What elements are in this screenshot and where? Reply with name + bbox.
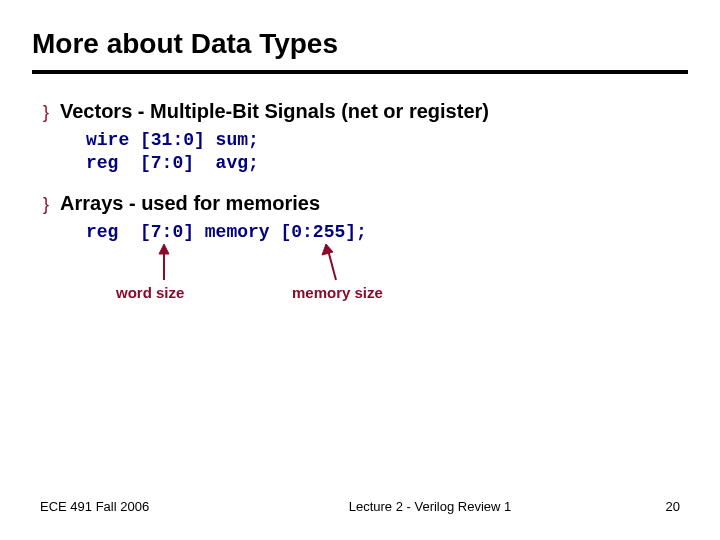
footer-center: Lecture 2 - Verilog Review 1 bbox=[240, 499, 620, 514]
title-rule bbox=[32, 70, 688, 74]
code-block-1: wire [31:0] sum; reg [7:0] avg; bbox=[86, 129, 688, 174]
label-word-size: word size bbox=[116, 284, 184, 301]
footer: ECE 491 Fall 2006 Lecture 2 - Verilog Re… bbox=[0, 499, 720, 514]
bullet-2-text: Arrays - used for memories bbox=[60, 192, 320, 215]
bullet-1: } Vectors - Multiple-Bit Signals (net or… bbox=[32, 100, 688, 123]
code-block-2: reg [7:0] memory [0:255]; bbox=[86, 221, 688, 244]
slide-title: More about Data Types bbox=[32, 28, 688, 60]
bullet-2: } Arrays - used for memories bbox=[32, 192, 688, 215]
svg-marker-1 bbox=[159, 244, 169, 254]
arrow-memory-size bbox=[318, 244, 348, 284]
svg-line-2 bbox=[328, 250, 336, 280]
bullet-icon: } bbox=[32, 194, 60, 215]
annotations: word size memory size bbox=[86, 262, 688, 322]
bullet-icon: } bbox=[32, 102, 60, 123]
svg-marker-3 bbox=[322, 244, 333, 255]
label-memory-size: memory size bbox=[292, 284, 383, 301]
slide: More about Data Types } Vectors - Multip… bbox=[0, 0, 720, 540]
arrow-word-size bbox=[154, 244, 174, 284]
bullet-1-text: Vectors - Multiple-Bit Signals (net or r… bbox=[60, 100, 489, 123]
footer-right: 20 bbox=[620, 499, 680, 514]
footer-left: ECE 491 Fall 2006 bbox=[40, 499, 240, 514]
